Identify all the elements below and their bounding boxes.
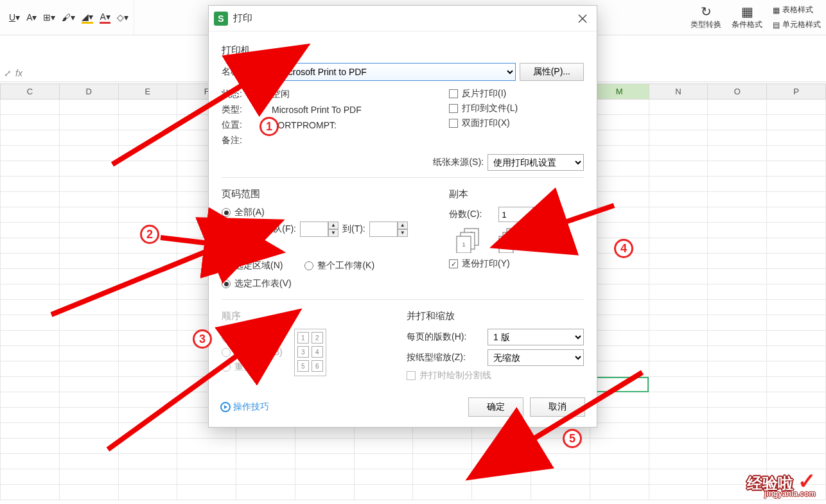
svg-line-17: [51, 247, 218, 315]
badge-4: 4: [614, 239, 633, 258]
svg-line-20: [527, 372, 642, 443]
badge-1: 1: [259, 117, 279, 136]
badge-3: 3: [193, 329, 212, 349]
badge-5: 5: [563, 429, 582, 448]
watermark: 经验啦 ✓ jingyanla.com: [747, 471, 816, 498]
svg-line-18: [108, 351, 244, 449]
badge-2: 2: [140, 225, 159, 244]
svg-line-19: [558, 205, 614, 225]
svg-line-15: [112, 81, 249, 164]
annotation-arrows: [0, 0, 826, 504]
svg-line-16: [161, 238, 215, 244]
